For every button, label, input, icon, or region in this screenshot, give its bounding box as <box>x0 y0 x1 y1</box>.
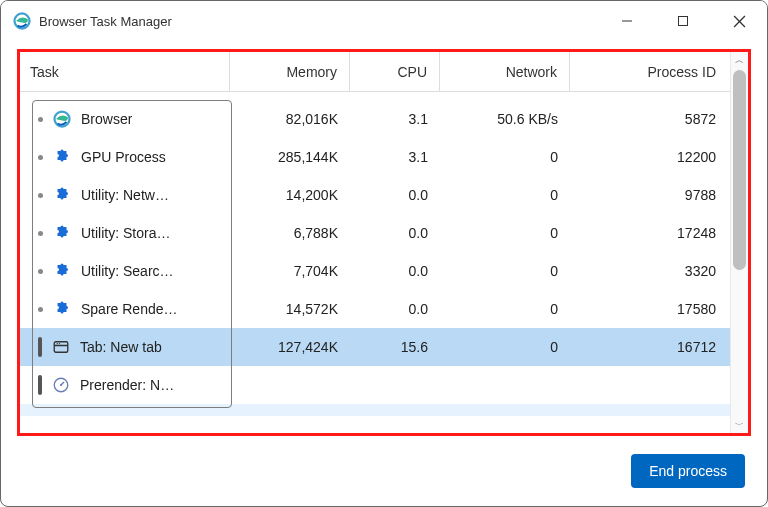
cell-cpu: 15.6 <box>350 339 440 355</box>
title-left: Browser Task Manager <box>13 12 172 30</box>
table-header: Task Memory CPU Network Process ID <box>20 52 730 92</box>
table-row[interactable]: Browser82,016K3.150.6 KB/s5872 <box>20 100 730 138</box>
cell-memory: 6,788K <box>230 225 350 241</box>
cell-network: 0 <box>440 225 570 241</box>
edge-icon <box>13 12 31 30</box>
cell-memory: 14,200K <box>230 187 350 203</box>
cell-pid: 9788 <box>570 187 730 203</box>
task-table[interactable]: Task Memory CPU Network Process ID Brows… <box>20 52 730 433</box>
task-name: GPU Process <box>81 149 166 165</box>
col-header-network[interactable]: Network <box>440 52 570 91</box>
bullet-icon <box>38 117 43 122</box>
cell-memory: 127,424K <box>230 339 350 355</box>
cell-pid: 17580 <box>570 301 730 317</box>
cell-task: Tab: New tab <box>20 337 230 357</box>
cell-task: GPU Process <box>20 148 230 166</box>
cell-cpu: 0.0 <box>350 263 440 279</box>
bullet-icon <box>38 193 43 198</box>
task-name: Utility: Searc… <box>81 263 174 279</box>
bullet-icon <box>38 307 43 312</box>
cell-memory: 82,016K <box>230 111 350 127</box>
gauge-icon <box>52 376 70 394</box>
table-row[interactable]: Spare Rende…14,572K0.0017580 <box>20 290 730 328</box>
table-row[interactable]: GPU Process285,144K3.1012200 <box>20 138 730 176</box>
task-name: Tab: New tab <box>80 339 162 355</box>
vertical-scrollbar[interactable]: ︿ ﹀ <box>730 52 748 433</box>
puzzle-icon <box>53 300 71 318</box>
svg-rect-2 <box>679 17 688 26</box>
window-title: Browser Task Manager <box>39 14 172 29</box>
table-container: Task Memory CPU Network Process ID Brows… <box>20 52 748 433</box>
tab-icon <box>52 338 70 356</box>
cell-cpu: 3.1 <box>350 149 440 165</box>
task-name: Utility: Netw… <box>81 187 169 203</box>
titlebar: Browser Task Manager <box>1 1 767 41</box>
table-row[interactable]: Utility: Searc…7,704K0.003320 <box>20 252 730 290</box>
cell-memory: 7,704K <box>230 263 350 279</box>
table-row[interactable]: Utility: Stora…6,788K0.0017248 <box>20 214 730 252</box>
cell-pid: 16712 <box>570 339 730 355</box>
cell-cpu: 3.1 <box>350 111 440 127</box>
puzzle-icon <box>53 186 71 204</box>
scroll-down-arrow-icon[interactable]: ﹀ <box>731 417 748 433</box>
cell-network: 0 <box>440 263 570 279</box>
cell-memory: 14,572K <box>230 301 350 317</box>
table-body: Browser82,016K3.150.6 KB/s5872GPU Proces… <box>20 100 730 433</box>
minimize-button[interactable] <box>599 1 655 41</box>
cell-pid: 12200 <box>570 149 730 165</box>
cell-network: 0 <box>440 187 570 203</box>
content-highlight-box: Task Memory CPU Network Process ID Brows… <box>17 49 751 436</box>
table-row[interactable]: Tab: New tab127,424K15.6016712 <box>20 328 730 366</box>
col-header-task[interactable]: Task <box>20 52 230 91</box>
cell-network: 0 <box>440 149 570 165</box>
puzzle-icon <box>53 224 71 242</box>
maximize-button[interactable] <box>655 1 711 41</box>
cell-network: 0 <box>440 301 570 317</box>
cell-task: Utility: Netw… <box>20 186 230 204</box>
bullet-icon <box>38 155 43 160</box>
task-name: Utility: Stora… <box>81 225 170 241</box>
table-row[interactable]: Utility: Netw…14,200K0.009788 <box>20 176 730 214</box>
task-name: Browser <box>81 111 132 127</box>
close-button[interactable] <box>711 1 767 41</box>
cell-pid: 3320 <box>570 263 730 279</box>
col-header-process-id[interactable]: Process ID <box>570 52 730 91</box>
cell-network: 0 <box>440 339 570 355</box>
edge-icon <box>53 110 71 128</box>
puzzle-icon <box>53 148 71 166</box>
bullet-icon <box>38 231 43 236</box>
cell-task: Browser <box>20 110 230 128</box>
col-header-memory[interactable]: Memory <box>230 52 350 91</box>
cell-task: Prerender: N… <box>20 375 230 395</box>
cell-network: 50.6 KB/s <box>440 111 570 127</box>
cell-memory: 285,144K <box>230 149 350 165</box>
cell-task: Utility: Stora… <box>20 224 230 242</box>
task-name: Prerender: N… <box>80 377 174 393</box>
col-header-cpu[interactable]: CPU <box>350 52 440 91</box>
cell-cpu: 0.0 <box>350 301 440 317</box>
scroll-up-arrow-icon[interactable]: ︿ <box>731 52 748 68</box>
cell-task: Spare Rende… <box>20 300 230 318</box>
drag-handle-icon <box>38 337 42 357</box>
cell-cpu: 0.0 <box>350 225 440 241</box>
task-name: Spare Rende… <box>81 301 178 317</box>
table-row[interactable]: Prerender: N… <box>20 366 730 404</box>
window-controls <box>599 1 767 41</box>
bullet-icon <box>38 269 43 274</box>
browser-task-manager-window: Browser Task Manager Task Memory CPU Net… <box>0 0 768 507</box>
drag-handle-icon <box>38 375 42 395</box>
cell-task: Utility: Searc… <box>20 262 230 280</box>
scroll-thumb[interactable] <box>733 70 746 270</box>
table-row-overflow[interactable] <box>20 404 730 416</box>
cell-pid: 5872 <box>570 111 730 127</box>
cell-pid: 17248 <box>570 225 730 241</box>
puzzle-icon <box>53 262 71 280</box>
cell-cpu: 0.0 <box>350 187 440 203</box>
end-process-button[interactable]: End process <box>631 454 745 488</box>
